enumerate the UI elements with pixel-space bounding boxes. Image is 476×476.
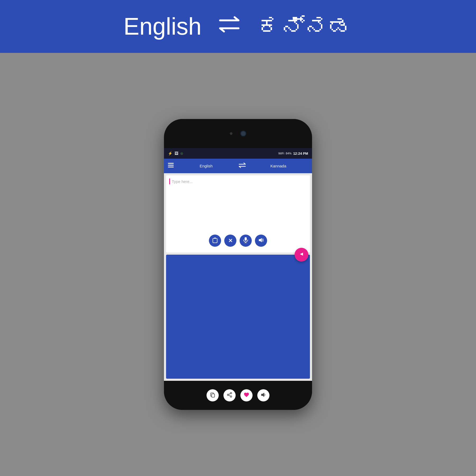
svg-line-14 bbox=[229, 393, 230, 394]
svg-marker-15 bbox=[261, 392, 264, 397]
svg-point-11 bbox=[227, 394, 229, 396]
share-icon bbox=[227, 392, 232, 399]
send-icon bbox=[299, 251, 304, 258]
app-toolbar: English Kannada bbox=[164, 159, 312, 173]
share-button[interactable] bbox=[223, 389, 236, 401]
banner-swap-icon[interactable] bbox=[217, 14, 241, 39]
phone-screen: ⚡ 🖼 ◎ WiFi 84% 12:24 PM bbox=[164, 148, 312, 381]
send-button[interactable] bbox=[295, 248, 308, 262]
mic-icon bbox=[243, 237, 248, 244]
clear-button[interactable]: ✕ bbox=[224, 235, 236, 247]
speaker-button[interactable] bbox=[255, 235, 267, 247]
clipboard-icon bbox=[212, 237, 218, 244]
top-banner: English ಕನ್ನಡ bbox=[0, 0, 476, 53]
favorite-button[interactable] bbox=[240, 389, 253, 401]
banner-target-lang[interactable]: ಕನ್ನಡ bbox=[257, 13, 353, 40]
wifi-icon: WiFi bbox=[278, 152, 284, 155]
svg-rect-3 bbox=[214, 237, 216, 239]
sync-icon: ◎ bbox=[180, 152, 183, 155]
toolbar-swap-icon[interactable] bbox=[239, 162, 246, 170]
image-icon: 🖼 bbox=[175, 151, 178, 155]
copy-icon bbox=[210, 392, 216, 399]
input-area[interactable]: Type here... ✕ bbox=[166, 175, 310, 253]
input-placeholder: Type here... bbox=[172, 179, 193, 184]
phone-bottom-bezel bbox=[164, 381, 312, 410]
audio-icon bbox=[260, 392, 266, 399]
copy-button[interactable] bbox=[207, 389, 219, 401]
phone-device: ⚡ 🖼 ◎ WiFi 84% 12:24 PM bbox=[164, 119, 312, 410]
svg-marker-8 bbox=[300, 253, 303, 256]
banner-source-lang[interactable]: English bbox=[123, 13, 202, 40]
svg-marker-7 bbox=[259, 238, 262, 242]
battery-text: 84% bbox=[286, 152, 292, 155]
svg-rect-0 bbox=[168, 163, 174, 164]
svg-rect-1 bbox=[168, 165, 174, 166]
toolbar-source-lang[interactable]: English bbox=[176, 164, 236, 168]
audio-output-button[interactable] bbox=[257, 389, 269, 401]
hamburger-menu-icon[interactable] bbox=[168, 163, 174, 169]
toolbar-target-lang[interactable]: Kannada bbox=[249, 164, 308, 168]
status-bar: ⚡ 🖼 ◎ WiFi 84% 12:24 PM bbox=[164, 148, 312, 159]
svg-line-13 bbox=[229, 395, 230, 396]
phone-camera bbox=[240, 131, 246, 136]
status-icons-right: WiFi 84% 12:24 PM bbox=[278, 152, 308, 155]
mic-button[interactable] bbox=[240, 235, 252, 247]
phone-speaker-dot bbox=[230, 132, 232, 135]
usb-icon: ⚡ bbox=[168, 151, 172, 155]
speaker-icon bbox=[258, 237, 264, 244]
svg-point-10 bbox=[230, 392, 232, 394]
clipboard-button[interactable] bbox=[209, 235, 221, 247]
clear-icon: ✕ bbox=[228, 237, 233, 244]
svg-rect-2 bbox=[168, 167, 174, 167]
status-icons-left: ⚡ 🖼 ◎ bbox=[168, 151, 183, 155]
text-cursor bbox=[169, 178, 170, 184]
svg-rect-9 bbox=[212, 394, 214, 397]
output-area bbox=[166, 255, 310, 379]
status-time: 12:24 PM bbox=[293, 152, 308, 155]
svg-rect-4 bbox=[245, 237, 247, 241]
input-action-buttons: ✕ bbox=[169, 232, 307, 249]
phone-wrapper: ⚡ 🖼 ◎ WiFi 84% 12:24 PM bbox=[159, 53, 317, 476]
phone-top-bezel bbox=[164, 119, 312, 148]
svg-point-12 bbox=[230, 396, 232, 397]
heart-icon bbox=[244, 392, 249, 399]
